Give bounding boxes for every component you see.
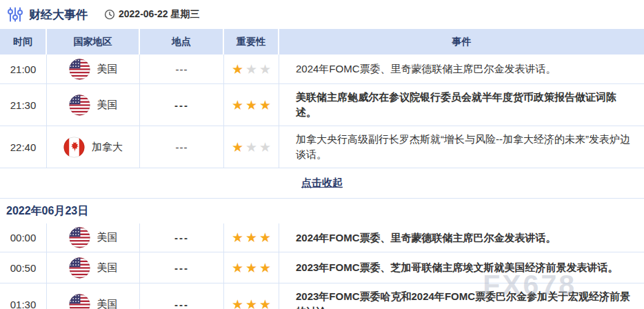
column-header-time: 时间 — [0, 29, 47, 54]
event-row: 01:30 美国---★★★2023年FOMC票委哈克和2024年FOMC票委巴… — [0, 283, 644, 309]
collapse-link[interactable]: 点击收起 — [301, 177, 343, 190]
country-cell: 美国 — [47, 84, 140, 126]
collapse-row: 点击收起 — [0, 168, 644, 199]
country-name: 美国 — [97, 99, 118, 112]
star-filled-icon: ★ — [232, 141, 243, 154]
event-text: 2023年FOMC票委、芝加哥联储主席埃文斯就美国经济前景发表讲话。 — [279, 252, 644, 283]
country-name: 美国 — [97, 261, 118, 275]
us-flag-icon — [69, 257, 90, 279]
us-flag-icon — [69, 59, 90, 80]
sliders-icon — [7, 6, 23, 23]
table-header-row: 时间 国家地区 地点 重要性 事件 — [0, 29, 644, 54]
clock-icon — [104, 9, 115, 20]
star-filled-icon: ★ — [232, 298, 243, 309]
current-date-block: 2022-06-22 星期三 — [104, 8, 200, 21]
importance-stars: ★★★ — [224, 126, 279, 168]
event-time: 21:30 — [0, 84, 47, 126]
economic-calendar-page: 财经大事件 2022-06-22 星期三 时间 国家地区 地点 重要性 事件 2… — [0, 0, 644, 309]
star-filled-icon: ★ — [232, 99, 243, 112]
event-text: 2024年FOMC票委、里奇蒙德联储主席巴尔金发表讲话。 — [279, 223, 644, 252]
event-row: 21:00 美国---★★★2024年FOMC票委、里奇蒙德联储主席巴尔金发表讲… — [0, 54, 644, 84]
country-name: 加拿大 — [92, 141, 123, 154]
us-flag-icon — [69, 227, 90, 248]
event-time: 22:40 — [0, 126, 47, 168]
star-filled-icon: ★ — [245, 261, 257, 275]
star-filled-icon: ★ — [232, 261, 243, 275]
event-text: 2023年FOMC票委哈克和2024年FOMC票委巴尔金参加关于宏观经济前景的讨… — [279, 283, 644, 309]
country-name: 美国 — [97, 231, 118, 244]
country-cell: 美国 — [47, 223, 140, 252]
country-cell: 美国 — [47, 54, 140, 83]
us-flag-icon — [69, 94, 90, 116]
day2-rows: 00:00 美国---★★★2024年FOMC票委、里奇蒙德联储主席巴尔金发表讲… — [0, 223, 644, 309]
day2-heading: 2022年06月23日 — [0, 199, 644, 223]
location-cell: --- — [140, 283, 224, 309]
event-time: 01:30 — [0, 283, 47, 309]
star-filled-icon: ★ — [259, 261, 271, 275]
canada-flag-icon — [63, 137, 85, 158]
star-empty-icon: ★ — [245, 63, 257, 76]
event-row: 00:50 美国---★★★2023年FOMC票委、芝加哥联储主席埃文斯就美国经… — [0, 252, 644, 283]
importance-stars: ★★★ — [224, 252, 279, 283]
column-header-event: 事件 — [279, 29, 644, 54]
calendar-header: 财经大事件 2022-06-22 星期三 — [0, 0, 644, 29]
star-filled-icon: ★ — [245, 99, 257, 112]
event-text: 美联储主席鲍威尔在参议院银行委员会就半年度货币政策报告做证词陈述。 — [279, 84, 644, 126]
us-flag-icon — [69, 294, 90, 309]
location-cell: --- — [140, 84, 224, 126]
location-cell: --- — [140, 252, 224, 283]
country-cell: 加拿大 — [47, 126, 140, 168]
star-filled-icon: ★ — [245, 231, 257, 244]
country-cell: 美国 — [47, 252, 140, 283]
event-row: 00:00 美国---★★★2024年FOMC票委、里奇蒙德联储主席巴尔金发表讲… — [0, 223, 644, 252]
event-text: 2024年FOMC票委、里奇蒙德联储主席巴尔金发表讲话。 — [279, 54, 644, 83]
star-empty-icon: ★ — [245, 141, 257, 154]
location-cell: --- — [140, 223, 224, 252]
importance-stars: ★★★ — [224, 283, 279, 309]
star-filled-icon: ★ — [232, 63, 243, 76]
location-cell: --- — [140, 54, 224, 83]
star-filled-icon: ★ — [232, 231, 243, 244]
importance-stars: ★★★ — [224, 84, 279, 126]
event-row: 21:30 美国---★★★美联储主席鲍威尔在参议院银行委员会就半年度货币政策报… — [0, 84, 644, 126]
star-filled-icon: ★ — [259, 99, 271, 112]
star-filled-icon: ★ — [259, 298, 271, 309]
event-row: 22:40 加拿大---★★★加拿大央行高级副行长罗杰斯就“增长与风险--加拿大… — [0, 126, 644, 168]
importance-stars: ★★★ — [224, 223, 279, 252]
event-time: 00:50 — [0, 252, 47, 283]
country-name: 美国 — [97, 63, 118, 76]
country-cell: 美国 — [47, 283, 140, 309]
star-empty-icon: ★ — [259, 141, 271, 154]
page-title: 财经大事件 — [29, 7, 88, 23]
column-header-importance: 重要性 — [224, 29, 279, 54]
column-header-location: 地点 — [140, 29, 224, 54]
country-name: 美国 — [97, 298, 118, 309]
star-filled-icon: ★ — [259, 231, 271, 244]
importance-stars: ★★★ — [224, 54, 279, 83]
day1-rows: 21:00 美国---★★★2024年FOMC票委、里奇蒙德联储主席巴尔金发表讲… — [0, 54, 644, 168]
event-time: 00:00 — [0, 223, 47, 252]
current-date: 2022-06-22 星期三 — [119, 8, 200, 21]
event-time: 21:00 — [0, 54, 47, 83]
star-empty-icon: ★ — [259, 63, 271, 76]
star-filled-icon: ★ — [245, 298, 257, 309]
location-cell: --- — [140, 126, 224, 168]
column-header-country: 国家地区 — [47, 29, 140, 54]
event-text: 加拿大央行高级副行长罗杰斯就“增长与风险--加拿大经济的未来”发表炉边谈话。 — [279, 126, 644, 168]
